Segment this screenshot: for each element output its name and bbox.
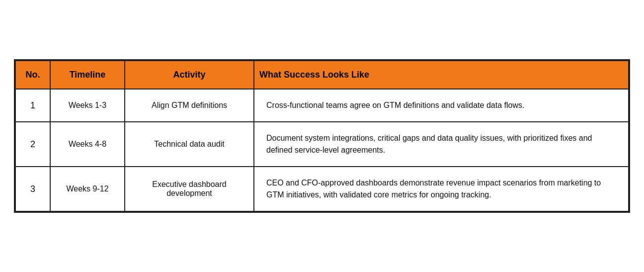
header-success: What Success Looks Like (254, 61, 629, 89)
row-2-no: 2 (15, 122, 50, 167)
header-timeline: Timeline (50, 61, 125, 89)
row-3-no: 3 (15, 167, 50, 211)
table-row: 3 Weeks 9-12 Executive dashboard develop… (15, 167, 629, 211)
row-2-timeline: Weeks 4-8 (50, 122, 125, 167)
row-1-no: 1 (15, 89, 50, 122)
header-no: No. (15, 61, 50, 89)
main-table-wrapper: No. Timeline Activity What Success Looks… (14, 59, 630, 213)
row-2-activity: Technical data audit (125, 122, 254, 167)
row-2-success: Document system integrations, critical g… (254, 122, 629, 167)
row-1-activity: Align GTM definitions (125, 89, 254, 122)
row-3-timeline: Weeks 9-12 (50, 167, 125, 211)
table-row: 2 Weeks 4-8 Technical data audit Documen… (15, 122, 629, 167)
header-activity: Activity (125, 61, 254, 89)
table-header-row: No. Timeline Activity What Success Looks… (15, 61, 629, 89)
row-1-timeline: Weeks 1-3 (50, 89, 125, 122)
activity-table: No. Timeline Activity What Success Looks… (15, 60, 629, 212)
row-3-success: CEO and CFO-approved dashboards demonstr… (254, 167, 629, 211)
row-3-activity: Executive dashboard development (125, 167, 254, 211)
table-row: 1 Weeks 1-3 Align GTM definitions Cross-… (15, 89, 629, 122)
row-1-success: Cross-functional teams agree on GTM defi… (254, 89, 629, 122)
